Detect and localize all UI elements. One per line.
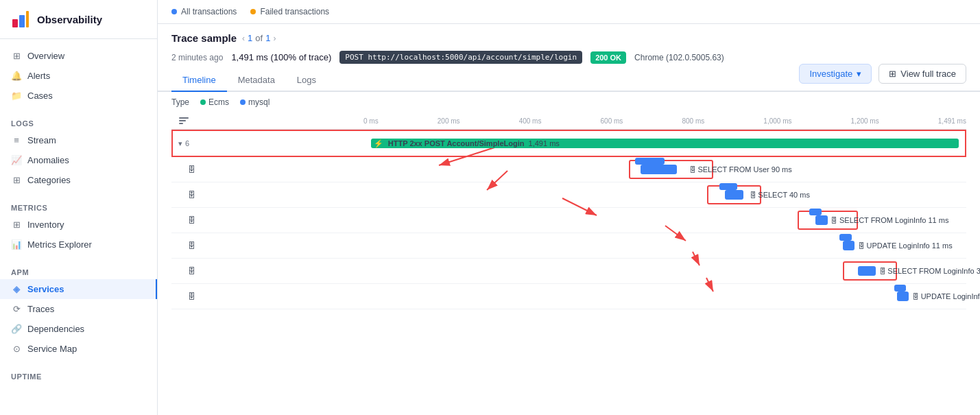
svg-rect-0 (12, 19, 18, 27)
trace-nav: ‹ 1 of 1 › (242, 33, 276, 43)
db-icon-5: 🗄 (188, 267, 195, 275)
sidebar-item-label: Traces (27, 304, 54, 314)
inventory-icon: ⊞ (11, 220, 22, 230)
row-name-4: 🗄 (171, 239, 363, 252)
view-full-trace-button[interactable]: ⊞ View full trace (879, 64, 966, 84)
trace-nav-next[interactable]: › (273, 34, 276, 43)
tab-metadata[interactable]: Metadata (227, 69, 286, 92)
svg-rect-1 (19, 15, 25, 27)
top-legend: All transactions Failed transactions (158, 0, 980, 24)
row-bar-1: 🗄 SELECT FROM User 90 ms (363, 157, 966, 182)
time-mark-6: 1,200 ms (851, 117, 879, 125)
traces-icon: ⟳ (11, 304, 22, 314)
sidebar-item-overview[interactable]: ⊞ Overview (0, 46, 157, 66)
sidebar-item-services[interactable]: ◈ Services (0, 279, 157, 299)
bar-select (725, 190, 743, 200)
timeline-area: Type Ecms mysql (158, 92, 980, 415)
tl-time-col: 0 ms 200 ms 400 ms 600 ms 800 ms 1,000 m… (363, 112, 966, 129)
bar-select-user (641, 165, 677, 174)
db-icon-4: 🗄 (188, 241, 195, 250)
trace-title-row: Trace sample ‹ 1 of 1 › (171, 32, 966, 44)
ecms-dot (200, 99, 206, 105)
sidebar-item-alerts[interactable]: 🔔 Alerts (0, 66, 157, 86)
trace-duration: 1,491 ms (100% of trace) (231, 52, 331, 62)
view-trace-icon: ⊞ (889, 69, 896, 79)
sidebar-item-dependencies[interactable]: 🔗 Dependencies (0, 319, 157, 339)
row-name-0: ▾ 6 (173, 137, 365, 151)
type-legend-label: Type (171, 97, 189, 107)
table-row: 🗄 🗄 SELECT FROM LoginInfo 11 ms (171, 208, 966, 233)
sidebar-item-label: Cases (27, 91, 53, 101)
expand-icon-0[interactable]: ▾ (178, 139, 182, 148)
sidebar-item-inventory[interactable]: ⊞ Inventory (0, 215, 157, 235)
overview-icon: ⊞ (11, 51, 22, 61)
trace-header: Trace sample ‹ 1 of 1 › 2 minutes ago 1,… (158, 24, 980, 69)
uptime-section-label: Uptime (0, 368, 157, 383)
trace-url-badge[interactable]: POST http://localhost:5000/api/account/s… (339, 51, 582, 64)
sidebar-item-stream[interactable]: ≡ Stream (0, 130, 157, 150)
sidebar-item-anomalies[interactable]: 📈 Anomalies (0, 150, 157, 170)
trace-time-ago: 2 minutes ago (171, 53, 223, 62)
table-row: 🗄 🗄 UPDATE LoginInfo 11 ms (171, 233, 966, 259)
sidebar-item-label: Stream (27, 135, 56, 145)
sidebar-section-uptime: Uptime (0, 361, 157, 386)
type-legend: Type Ecms mysql (158, 92, 980, 112)
trace-browser: Chrome (102.0.5005.63) (634, 53, 724, 62)
trace-title: Trace sample (171, 32, 237, 44)
time-mark-4: 800 ms (682, 117, 704, 125)
services-icon: ◈ (11, 284, 22, 294)
table-row: 🗄 🗄 SELECT FROM User 90 ms (171, 157, 966, 182)
timeline-grid: 0 ms 200 ms 400 ms 600 ms 800 ms 1,000 m… (158, 112, 980, 309)
sidebar-item-label: Inventory (27, 220, 64, 230)
type-item-mysql: mysql (240, 97, 270, 107)
trace-actions: Investigate ▾ ⊞ View full trace (799, 64, 966, 84)
bar-update-login2-header (894, 285, 907, 292)
sidebar-item-label: Alerts (27, 71, 50, 81)
bar-label-1: 🗄 SELECT FROM User 90 ms (689, 165, 792, 174)
investigate-button[interactable]: Investigate ▾ (799, 64, 872, 84)
filter-icon[interactable] (177, 115, 191, 126)
trace-nav-prev[interactable]: ‹ (242, 34, 245, 43)
trace-current-link[interactable]: 1 (248, 33, 252, 43)
anomalies-icon: 📈 (11, 155, 22, 165)
sidebar-item-label: Overview (27, 51, 64, 61)
app-logo-icon (11, 10, 30, 29)
row-bar-6: 🗄 UPDATE LoginInfo 12 ms (363, 284, 966, 309)
bar-update-login-header (839, 234, 852, 241)
row-bar-5: 🗄 SELECT FROM LoginInfo 31 ms (363, 259, 966, 283)
row-bar-2: 🗄 SELECT 40 ms (363, 182, 966, 207)
bar-select-user-header (635, 158, 665, 165)
row-name-3: 🗄 (171, 213, 363, 227)
bar-label-4: 🗄 UPDATE LoginInfo 11 ms (858, 241, 953, 250)
alerts-icon: 🔔 (11, 71, 22, 81)
sidebar-item-categories[interactable]: ⊞ Categories (0, 170, 157, 190)
dependencies-icon: 🔗 (11, 324, 22, 334)
table-row: 🗄 🗄 SELECT FROM LoginInfo 31 ms (171, 259, 966, 284)
legend-all-transactions: All transactions (171, 7, 237, 16)
time-mark-5: 1,000 ms (763, 117, 791, 125)
bar-select-login (815, 215, 828, 225)
table-row: 🗄 🗄 SELECT 40 ms (171, 182, 966, 208)
tab-logs[interactable]: Logs (286, 69, 327, 92)
sidebar-item-label: Services (27, 284, 64, 294)
sidebar-item-service-map[interactable]: ⊙ Service Map (0, 339, 157, 359)
type-item-ecms: Ecms (200, 97, 229, 107)
sidebar-item-traces[interactable]: ⟳ Traces (0, 299, 157, 319)
mysql-label: mysql (248, 97, 270, 107)
sidebar-item-cases[interactable]: 📁 Cases (0, 86, 157, 106)
bar-label-http: ⚡ HTTP 2xx POST Account/SimpleLogin 1,49… (371, 139, 560, 148)
sidebar-item-metrics-explorer[interactable]: 📊 Metrics Explorer (0, 235, 157, 254)
row-name-6: 🗄 (171, 289, 363, 303)
trace-total-link[interactable]: 1 (265, 33, 270, 43)
bar-update-login (843, 241, 855, 250)
app-name: Observability (37, 14, 102, 25)
bar-label-5: 🗄 SELECT FROM LoginInfo 31 ms (879, 267, 980, 275)
logs-section-label: Logs (0, 115, 157, 130)
time-mark-1: 200 ms (438, 117, 460, 125)
bar-update-login2 (897, 292, 909, 301)
tab-timeline[interactable]: Timeline (171, 69, 227, 92)
bar-label-6: 🗄 UPDATE LoginInfo 12 ms (912, 292, 980, 300)
bar-select-login2 (858, 266, 876, 276)
row-name-2: 🗄 (171, 188, 363, 202)
all-transactions-dot (171, 9, 177, 14)
